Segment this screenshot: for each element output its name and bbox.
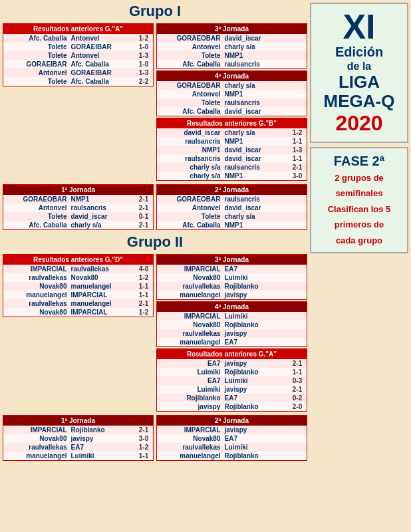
match-row: Antonvel david_iscar	[157, 203, 307, 212]
team1: david_iscar	[157, 128, 223, 137]
score: 2-2	[134, 77, 153, 86]
team1: raulvallekas	[3, 443, 69, 452]
team1: javispy	[157, 402, 223, 411]
team2: Afc. Caballa	[69, 77, 135, 86]
score	[288, 452, 307, 460]
team2: Afc. Caballa	[69, 60, 135, 68]
team2: NMP1	[69, 195, 135, 203]
match-row: Novak80 Luimiki	[157, 273, 307, 282]
edicion-text: Edición	[335, 44, 383, 60]
score: 2-1	[134, 221, 153, 229]
team2: david_iscar	[69, 212, 135, 221]
match-row: raulvallekas Luimiki	[157, 443, 307, 452]
match-row: raulvallekas EA7 1-2	[3, 443, 153, 452]
resultados-a2-matches: EA7 javispy 2-1 Luimiki Rojiblanko 1-1 E…	[157, 359, 307, 411]
score	[288, 203, 307, 212]
score: 1-1	[134, 282, 153, 291]
left-content: Grupo I Resultados anteriores G."A" Afc.…	[3, 3, 307, 462]
match-row: IMPARCIAL javispy	[157, 426, 307, 434]
team2: javispy	[223, 291, 289, 299]
match-row: Antonvel charly s/a	[157, 43, 307, 51]
score: 3-0	[288, 172, 307, 180]
team2: IMPARCIAL	[69, 291, 135, 299]
team2: Luimiki	[223, 273, 289, 282]
team1: Antonvel	[3, 203, 69, 212]
grupo2-bottom-row: 1ª Jornada IMPARCIAL Rojiblanko 2-1 Nova…	[3, 415, 307, 462]
score: 2-1	[288, 385, 307, 394]
match-row: Afc. Caballa Antonvel 1-2	[3, 34, 153, 43]
jornada2-header: 2ª Jornada	[157, 185, 307, 195]
match-row: charly s/a raulsancris 2-1	[157, 163, 307, 172]
match-row: Luimiki javispy 2-1	[157, 385, 307, 394]
resultados-a2-header: Resultados anteriores G."A"	[157, 349, 307, 359]
grupo1-right: 3ª Jornada GORAEOBAR david_iscar Antonve…	[156, 23, 307, 182]
match-row: GORAEIBAR Afc. Caballa 1-0	[3, 60, 153, 68]
match-row: EA7 Luimiki 0-3	[157, 376, 307, 385]
team1: Antonvel	[157, 43, 223, 51]
match-row: Afc. Caballa raulsancris	[157, 60, 307, 68]
jornada3-matches: GORAEOBAR david_iscar Antonvel charly s/…	[157, 34, 307, 68]
score	[288, 34, 307, 43]
team1: manuelangel	[3, 291, 69, 299]
score	[288, 51, 307, 60]
team2: javispy	[223, 385, 289, 394]
xi-box: XI Edición de la LIGA MEGA-Q 2020	[310, 3, 408, 143]
team1: GORAEIBAR	[3, 60, 69, 68]
main-container: Grupo I Resultados anteriores G."A" Afc.…	[0, 0, 411, 465]
score: 0-3	[288, 376, 307, 385]
team2: Antonvel	[69, 51, 135, 60]
team2: EA7	[69, 443, 135, 452]
score	[288, 81, 307, 90]
team1: IMPARCIAL	[3, 265, 69, 273]
grupo1-j2: 2ª Jornada GORAEOBAR raulsancris Antonve…	[156, 184, 307, 231]
team2: charly s/a	[223, 128, 289, 137]
match-row: GORAEOBAR charly s/a	[157, 81, 307, 90]
team1: manuelangel	[157, 291, 223, 299]
score: 2-1	[134, 203, 153, 212]
g2-jornada1-box: 1ª Jornada IMPARCIAL Rojiblanko 2-1 Nova…	[3, 415, 154, 461]
team1: IMPARCIAL	[3, 426, 69, 434]
resultados-a-box: Resultados anteriores G."A" Afc. Caballa…	[3, 23, 154, 86]
match-row: david_iscar charly s/a 1-2	[157, 128, 307, 137]
match-row: manuelangel Luimiki 1-1	[3, 452, 153, 460]
score	[288, 221, 307, 229]
team2: raulsancris	[223, 98, 289, 107]
match-row: Afc. Caballa NMP1	[157, 221, 307, 229]
team2: GORAEIBAR	[69, 43, 135, 51]
team2: david_iscar	[223, 203, 289, 212]
match-row: raulsancris NMP1 1-1	[157, 137, 307, 146]
match-row: Novak80 Rojiblanko	[157, 321, 307, 329]
match-row: Tolete NMP1	[157, 51, 307, 60]
match-row: Novak80 EA7	[157, 434, 307, 443]
resultados-a-header: Resultados anteriores G."A"	[3, 24, 153, 34]
team2: javispy	[69, 434, 135, 443]
score: 3-0	[134, 434, 153, 443]
year-text: 2020	[335, 110, 382, 136]
match-row: Tolete david_iscar 0-1	[3, 212, 153, 221]
g2-jornada1-matches: IMPARCIAL Rojiblanko 2-1 Novak80 javispy…	[3, 426, 153, 460]
team2: Novak80	[69, 273, 135, 282]
team1: Tolete	[157, 212, 223, 221]
score: 1-1	[134, 291, 153, 299]
team1: GORAEOBAR	[157, 34, 223, 43]
team1: raulvallekas	[157, 329, 223, 338]
team2: raulsancris	[223, 195, 289, 203]
team2: Rojiblanko	[223, 282, 289, 291]
score	[288, 329, 307, 338]
score: 1-2	[134, 273, 153, 282]
grupo1-title: Grupo I	[3, 3, 307, 20]
team1: IMPARCIAL	[157, 265, 223, 273]
fase-title: FASE 2ª	[314, 154, 404, 169]
team2: NMP1	[223, 90, 289, 98]
resultados-d-header: Resultados anteriores G."D"	[3, 255, 153, 265]
match-row: Tolete GORAEIBAR 1-0	[3, 43, 153, 51]
score: 1-3	[288, 146, 307, 154]
score	[288, 212, 307, 221]
team1: Novak80	[3, 308, 69, 317]
team1: Luimiki	[157, 385, 223, 394]
team1: Antonvel	[157, 203, 223, 212]
team1: Afc. Caballa	[3, 221, 69, 229]
g2-jornada4-box: 4ª Jornada IMPARCIAL Luimiki Novak80 Roj…	[156, 301, 307, 347]
grupo2-left: Resultados anteriores G."D" IMPARCIAL ra…	[3, 254, 154, 413]
match-row: Luimiki Rojiblanko 1-1	[157, 368, 307, 376]
